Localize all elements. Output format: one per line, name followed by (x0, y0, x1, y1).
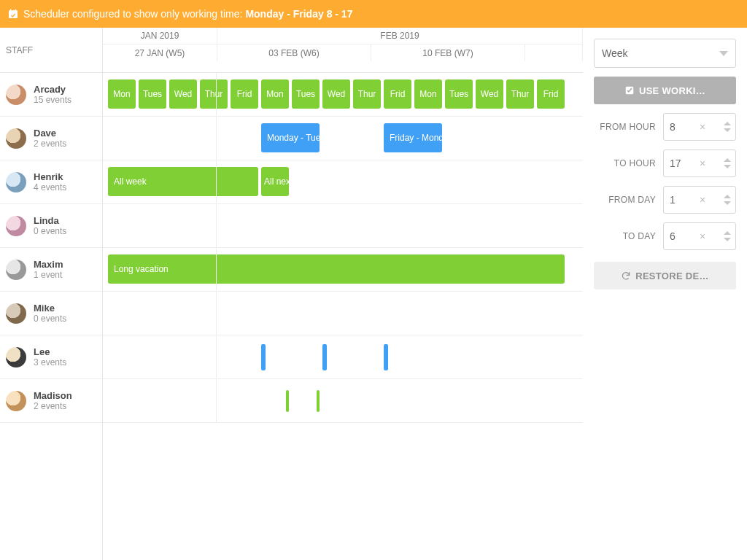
event-dave-fri[interactable]: Friday - Monday (384, 123, 442, 152)
staff-row-arcady[interactable]: Arcady 15 events (0, 73, 102, 117)
event-day[interactable]: Mon (414, 79, 442, 109)
timeline-row-linda[interactable] (103, 204, 583, 248)
month-feb: FEB 2019 (217, 28, 583, 44)
staff-row-henrik[interactable]: Henrik 4 events (0, 160, 102, 204)
svg-rect-2 (10, 9, 11, 11)
settings-sidebar: Week USE WORKI… FROM HOUR × TO HOUR × (583, 28, 747, 560)
step-up-icon[interactable] (724, 231, 731, 235)
step-down-icon[interactable] (724, 165, 731, 168)
event-henrik-allnext[interactable]: All next week (261, 167, 289, 196)
from-day-input-box[interactable]: × (663, 186, 736, 214)
svg-rect-1 (9, 10, 18, 12)
staff-row-linda[interactable]: Linda 0 events (0, 204, 102, 248)
calendar-icon (7, 8, 19, 20)
week-w6: 03 FEB (W6) (217, 44, 371, 61)
event-day[interactable]: Tues (445, 79, 473, 109)
info-banner: Scheduler configured to show only workin… (0, 0, 747, 28)
event-day[interactable]: Thur (353, 79, 381, 109)
staff-events: 4 events (34, 182, 66, 192)
staff-column: STAFF Arcady 15 events Dave 2 events H (0, 28, 103, 560)
avatar (6, 260, 26, 280)
to-day-input[interactable] (664, 230, 697, 243)
staff-events: 15 events (34, 95, 71, 105)
to-day-label: TO DAY (623, 231, 656, 241)
event-day[interactable]: Thur (200, 79, 228, 109)
staff-events: 3 events (34, 357, 66, 368)
timeline-row-arcady[interactable]: Mon Tues Wed Thur Frid Mon Tues Wed Thur… (103, 73, 583, 117)
step-down-icon[interactable] (724, 201, 731, 205)
event-day[interactable]: Frid (231, 79, 258, 109)
staff-name: Mike (34, 303, 66, 314)
timeline-row-mike[interactable] (103, 292, 583, 335)
timeline-row-dave[interactable]: Monday - Tuesday Friday - Monday (103, 117, 583, 160)
event-day[interactable]: Mon (108, 79, 136, 109)
timeline-area[interactable]: JAN 2019 FEB 2019 27 JAN (W5) 03 FEB (W6… (103, 28, 583, 560)
staff-row-madison[interactable]: Madison 2 events (0, 379, 102, 423)
from-hour-input-box[interactable]: × (663, 113, 736, 141)
from-day-label: FROM DAY (608, 195, 656, 205)
timeline-row-lee[interactable] (103, 335, 583, 379)
to-hour-input-box[interactable]: × (663, 149, 736, 177)
to-hour-label: TO HOUR (614, 158, 656, 168)
event-henrik-allweek[interactable]: All week (108, 167, 258, 196)
step-up-icon[interactable] (724, 122, 731, 125)
restore-defaults-button[interactable]: RESTORE DE… (594, 262, 736, 289)
timeline-row-henrik[interactable]: All week All next week (103, 160, 583, 204)
from-day-input[interactable] (664, 193, 697, 206)
clear-icon[interactable]: × (697, 194, 708, 206)
to-day-input-box[interactable]: × (663, 222, 736, 250)
step-down-icon[interactable] (724, 238, 731, 241)
step-up-icon[interactable] (724, 195, 731, 198)
staff-row-mike[interactable]: Mike 0 events (0, 292, 102, 335)
event-day[interactable]: Wed (476, 79, 503, 109)
use-working-label: USE WORKI… (639, 85, 705, 96)
from-hour-input[interactable] (664, 120, 697, 133)
staff-name: Lee (34, 346, 66, 358)
staff-events: 1 event (34, 270, 63, 280)
timeline-row-maxim[interactable]: Long vacation (103, 248, 583, 292)
staff-name: Madison (34, 390, 72, 402)
event-lee-3[interactable] (384, 344, 388, 370)
staff-events: 0 events (34, 226, 66, 236)
banner-text: Scheduler configured to show only workin… (23, 8, 242, 20)
staff-events: 2 events (34, 139, 66, 149)
check-icon (624, 85, 635, 96)
event-dave-mon[interactable]: Monday - Tuesday (261, 123, 320, 152)
event-day[interactable]: Tues (139, 79, 166, 109)
event-day[interactable]: Frid (384, 79, 411, 109)
avatar (6, 216, 26, 236)
clear-icon[interactable]: × (697, 158, 708, 169)
view-select-value: Week (602, 47, 628, 59)
use-working-time-button[interactable]: USE WORKI… (594, 77, 736, 104)
staff-row-maxim[interactable]: Maxim 1 event (0, 248, 102, 292)
chevron-down-icon (719, 51, 728, 56)
restore-label: RESTORE DE… (635, 271, 709, 281)
view-select[interactable]: Week (594, 39, 736, 68)
event-day[interactable]: Mon (261, 79, 289, 109)
clear-icon[interactable]: × (697, 230, 708, 242)
avatar (6, 303, 26, 324)
event-madison-2[interactable] (317, 390, 320, 412)
staff-row-dave[interactable]: Dave 2 events (0, 117, 102, 160)
clear-icon[interactable]: × (697, 121, 708, 133)
event-day[interactable]: Frid (537, 79, 565, 109)
event-maxim-vacation[interactable]: Long vacation (108, 254, 565, 284)
event-day[interactable]: Wed (169, 79, 197, 109)
event-day[interactable]: Tues (292, 79, 320, 109)
week-w5: 27 JAN (W5) (103, 44, 217, 61)
staff-name: Arcady (34, 84, 71, 96)
event-madison-1[interactable] (286, 390, 289, 412)
event-day[interactable]: Thur (506, 79, 534, 109)
event-day[interactable]: Wed (322, 79, 350, 109)
step-down-icon[interactable] (724, 128, 731, 132)
event-lee-2[interactable] (322, 344, 327, 370)
to-hour-input[interactable] (664, 157, 697, 170)
staff-name: Linda (34, 215, 66, 227)
timeline-body[interactable]: Mon Tues Wed Thur Frid Mon Tues Wed Thur… (103, 73, 583, 560)
timeline-row-madison[interactable] (103, 379, 583, 423)
event-lee-1[interactable] (261, 344, 266, 370)
staff-row-lee[interactable]: Lee 3 events (0, 335, 102, 379)
staff-name: Dave (34, 128, 66, 139)
step-up-icon[interactable] (724, 158, 731, 162)
avatar (6, 172, 26, 192)
